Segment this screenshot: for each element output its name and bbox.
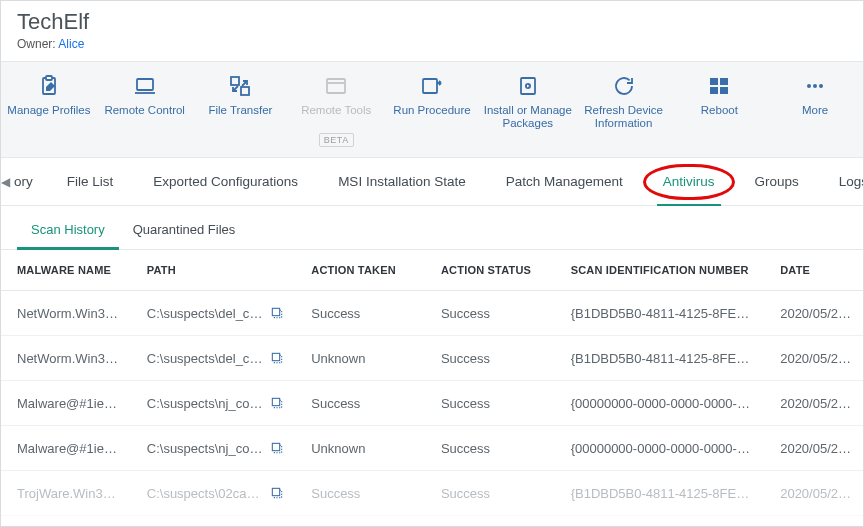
copy-icon[interactable] xyxy=(269,305,285,321)
package-play-icon xyxy=(516,74,540,98)
cell-scanid: {00000000-0000-0000-0000-000... xyxy=(555,426,765,471)
svg-rect-23 xyxy=(273,444,280,451)
tab-file-list[interactable]: File List xyxy=(47,158,134,205)
cell-status: Success xyxy=(425,336,555,381)
main-tabs: ◀ oryFile ListExported ConfigurationsMSI… xyxy=(1,158,863,206)
col-header-status[interactable]: ACTION STATUS xyxy=(425,250,555,291)
cell-date: 2020/05/20 ... xyxy=(764,471,863,516)
cell-date: 2020/05/20 ... xyxy=(764,426,863,471)
cell-malware: Malware@#1ienp... xyxy=(1,381,131,426)
toolbar-remote-tools: Remote Tools BETA xyxy=(288,70,384,151)
dots-icon xyxy=(803,74,827,98)
browser-icon xyxy=(324,74,348,98)
action-toolbar: Manage Profiles Remote Control File Tran… xyxy=(1,61,863,158)
cell-action: Unknown xyxy=(295,336,425,381)
copy-icon[interactable] xyxy=(269,485,285,501)
toolbar-label: More xyxy=(802,104,828,130)
page-header: TechElf Owner: Alice xyxy=(1,1,863,61)
table-row[interactable]: TrojWare.Win32.C... C:\suspects\02ca43..… xyxy=(1,471,863,516)
toolbar-install-packages[interactable]: Install or ManagePackages xyxy=(480,70,576,134)
owner-line: Owner: Alice xyxy=(17,37,847,51)
toolbar-file-transfer[interactable]: File Transfer xyxy=(193,70,289,134)
tabs-scroll-left[interactable]: ◀ xyxy=(1,158,10,205)
toolbar-label: Remote Tools xyxy=(301,104,371,130)
toolbar-manage-profiles[interactable]: Manage Profiles xyxy=(1,70,97,134)
svg-rect-5 xyxy=(327,79,345,93)
svg-rect-19 xyxy=(273,354,280,361)
svg-point-14 xyxy=(813,84,817,88)
svg-rect-10 xyxy=(720,78,728,85)
svg-rect-6 xyxy=(423,79,437,93)
copy-icon[interactable] xyxy=(269,350,285,366)
cell-action: Success xyxy=(295,291,425,336)
owner-link[interactable]: Alice xyxy=(58,37,84,51)
table-header-row: MALWARE NAME PATH ACTION TAKEN ACTION ST… xyxy=(1,250,863,291)
subtab-scan-history[interactable]: Scan History xyxy=(17,210,119,249)
table-row[interactable]: Malware@#1ienp... C:\suspects\nj_coro...… xyxy=(1,381,863,426)
toolbar-label: Remote Control xyxy=(104,104,185,130)
cell-status: Success xyxy=(425,291,555,336)
cell-action: Success xyxy=(295,471,425,516)
col-header-path[interactable]: PATH xyxy=(131,250,295,291)
cell-path: C:\suspects\del_cor... xyxy=(131,291,295,336)
svg-rect-4 xyxy=(241,87,249,95)
svg-rect-25 xyxy=(273,489,280,496)
svg-rect-17 xyxy=(273,309,280,316)
toolbar-remote-control[interactable]: Remote Control xyxy=(97,70,193,134)
col-header-date[interactable]: DATE xyxy=(764,250,863,291)
table-row[interactable]: Malware@#1ienp... C:\suspects\nj_coro...… xyxy=(1,426,863,471)
page-title: TechElf xyxy=(17,9,847,35)
tab-groups[interactable]: Groups xyxy=(735,158,819,205)
clipboard-pencil-icon xyxy=(37,74,61,98)
svg-rect-9 xyxy=(710,78,718,85)
table-row[interactable]: NetWorm.Win32.... C:\suspects\del_cor...… xyxy=(1,291,863,336)
toolbar-label: Reboot xyxy=(701,104,738,130)
laptop-icon xyxy=(133,74,157,98)
tab-truncated[interactable]: ory xyxy=(10,158,47,205)
owner-label: Owner: xyxy=(17,37,56,51)
cell-date: 2020/05/20 ... xyxy=(764,336,863,381)
cell-date: 2020/05/20 ... xyxy=(764,291,863,336)
cell-status: Success xyxy=(425,471,555,516)
cell-path: C:\suspects\02ca43... xyxy=(131,471,295,516)
refresh-icon xyxy=(612,74,636,98)
toolbar-reboot[interactable]: Reboot xyxy=(671,70,767,134)
svg-point-13 xyxy=(807,84,811,88)
cell-malware: Malware@#1ienp... xyxy=(1,426,131,471)
cell-scanid: {B1DBD5B0-4811-4125-8FEC-F53... xyxy=(555,291,765,336)
toolbar-refresh-info[interactable]: Refresh DeviceInformation xyxy=(576,70,672,134)
svg-rect-1 xyxy=(46,76,52,80)
svg-rect-12 xyxy=(720,87,728,94)
toolbar-label: File Transfer xyxy=(208,104,272,130)
col-header-malware[interactable]: MALWARE NAME xyxy=(1,250,131,291)
cell-path: C:\suspects\nj_coro... xyxy=(131,426,295,471)
toolbar-label: Run Procedure xyxy=(393,104,470,130)
toolbar-run-procedure[interactable]: Run Procedure xyxy=(384,70,480,134)
toolbar-more[interactable]: More xyxy=(767,70,863,134)
copy-icon[interactable] xyxy=(269,395,285,411)
tab-exported-configs[interactable]: Exported Configurations xyxy=(133,158,318,205)
tab-antivirus[interactable]: Antivirus xyxy=(643,158,735,205)
copy-icon[interactable] xyxy=(269,440,285,456)
tab-logs[interactable]: Logs xyxy=(819,158,864,205)
col-header-action[interactable]: ACTION TAKEN xyxy=(295,250,425,291)
transfer-icon xyxy=(228,74,252,98)
windows-reboot-icon xyxy=(707,74,731,98)
scan-history-table: MALWARE NAME PATH ACTION TAKEN ACTION ST… xyxy=(1,250,863,516)
cell-scanid: {00000000-0000-0000-0000-000... xyxy=(555,381,765,426)
table-row[interactable]: NetWorm.Win32.... C:\suspects\del_cor...… xyxy=(1,336,863,381)
cell-status: Success xyxy=(425,381,555,426)
cell-path: C:\suspects\del_cor... xyxy=(131,336,295,381)
svg-rect-21 xyxy=(273,399,280,406)
toolbar-label: Install or ManagePackages xyxy=(484,104,572,130)
cell-malware: NetWorm.Win32.... xyxy=(1,291,131,336)
subtab-quarantined[interactable]: Quarantined Files xyxy=(119,210,250,249)
col-header-scanid[interactable]: SCAN IDENTIFICATION NUMBER xyxy=(555,250,765,291)
beta-badge: BETA xyxy=(319,133,354,147)
svg-rect-3 xyxy=(231,77,239,85)
run-arrow-icon xyxy=(420,74,444,98)
tab-patch-mgmt[interactable]: Patch Management xyxy=(486,158,643,205)
cell-malware: NetWorm.Win32.... xyxy=(1,336,131,381)
tab-msi-state[interactable]: MSI Installation State xyxy=(318,158,486,205)
toolbar-label: Manage Profiles xyxy=(7,104,90,130)
